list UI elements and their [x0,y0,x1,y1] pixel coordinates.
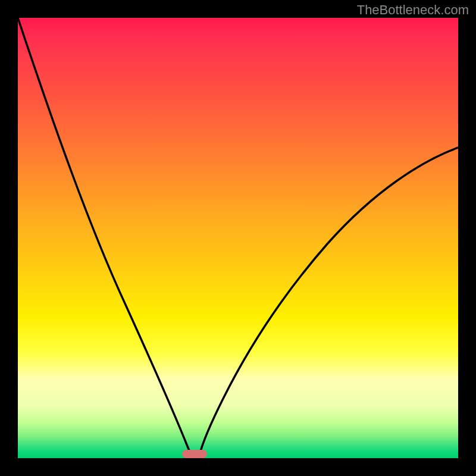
bottom-marker [182,450,207,458]
curve-layer [18,18,458,458]
right-curve [199,148,458,458]
plot-area [18,18,458,458]
left-curve [18,18,192,458]
watermark-text: TheBottleneck.com [357,2,469,18]
